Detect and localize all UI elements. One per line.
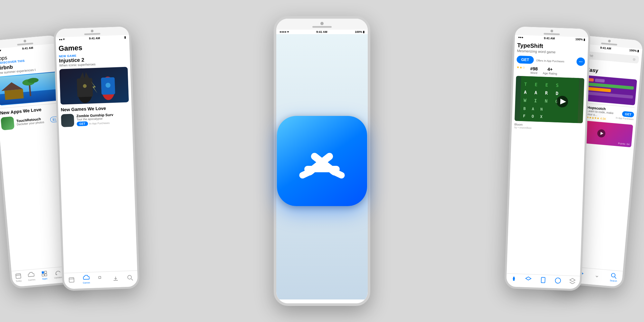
rating-row: ★★☆ #98 Word 4+ Age Rating — [516, 65, 585, 76]
svg-rect-7 — [16, 274, 21, 279]
rating-age: 4+ — [543, 66, 557, 72]
svg-point-30 — [128, 275, 132, 279]
speaker-right — [544, 33, 560, 35]
hopscotch-get-btn[interactable]: GET — [622, 111, 634, 118]
tab-bar-right — [506, 273, 580, 286]
rating-rank: #98 — [530, 66, 538, 71]
svg-text:F O X: F O X — [523, 114, 545, 119]
time-right: 9:41 AM — [544, 36, 555, 40]
rating-category: Word — [530, 71, 538, 75]
tab-download-left[interactable] — [112, 275, 119, 281]
tab-rocket[interactable] — [510, 276, 517, 282]
speaker — [17, 43, 33, 45]
speaker-left — [84, 33, 100, 35]
battery-icon-far-right: ▮ — [637, 49, 639, 52]
tab-games[interactable]: Games — [27, 271, 35, 281]
svg-line-45 — [570, 282, 573, 284]
phone-left: ●● ▾ 9:41 AM ▮ Games NEW GAME Injustice … — [53, 24, 140, 291]
battery-icon-right: ▮ — [583, 38, 585, 41]
battery-right: 100% — [575, 38, 583, 41]
signal-right: ●●● — [518, 36, 524, 39]
svg-line-31 — [131, 279, 133, 280]
camera-center — [320, 22, 324, 25]
appstore-icon — [277, 116, 367, 206]
tab-updates[interactable]: Updates — [53, 269, 63, 279]
svg-rect-27 — [99, 276, 101, 279]
zombie-icon — [61, 114, 74, 127]
iap-label: In-App Purchases — [89, 121, 110, 125]
airbnb-banner — [0, 71, 61, 106]
tab-appstore[interactable] — [554, 277, 561, 284]
battery-far-right: 100% — [629, 49, 637, 52]
injustice-banner — [59, 67, 129, 104]
games-title: Games — [59, 42, 127, 53]
camera-right — [551, 30, 553, 32]
status-time-left: 9:41 AM — [89, 36, 100, 40]
zombie-get-btn[interactable]: GET — [77, 121, 88, 126]
offers-text: Offers In-App Purchases — [536, 59, 574, 63]
typeshift-get-btn[interactable]: GET — [516, 55, 534, 64]
svg-rect-40 — [513, 279, 515, 280]
new-games-title: New Games We Love — [61, 105, 129, 112]
svg-point-50 — [611, 273, 615, 277]
svg-rect-12 — [45, 274, 47, 276]
tab-layers[interactable] — [525, 276, 532, 283]
rating-stars: ★★☆ — [516, 65, 525, 69]
battery-icon-left: ▮ — [124, 36, 126, 39]
svg-line-26 — [69, 279, 74, 279]
svg-marker-44 — [570, 278, 575, 282]
svg-rect-9 — [42, 271, 44, 274]
speaker-far-right — [601, 43, 617, 45]
status-time: 9:41 AM — [22, 46, 33, 50]
main-scene: ●● ▾ 9:41 AM ▮ Apps REDISCOVER THIS Airb… — [0, 0, 644, 322]
speaker-center — [312, 26, 332, 28]
tab-search-fr[interactable]: Search — [610, 272, 618, 282]
svg-point-43 — [555, 278, 561, 283]
svg-rect-42 — [541, 277, 545, 283]
svg-rect-11 — [42, 274, 44, 276]
status-bar-center: ●●●● ▾ 9:41 AM 100% ▮ — [276, 30, 368, 34]
tab-search-left[interactable] — [127, 274, 134, 281]
tab-apps-left[interactable] — [98, 275, 105, 282]
tab-games-left[interactable]: Games — [82, 274, 90, 284]
search-clear[interactable]: ⊗ — [632, 57, 636, 62]
svg-line-51 — [615, 277, 616, 279]
time-center: 9:41 AM — [316, 30, 327, 33]
camera-far-right — [608, 40, 611, 43]
rating-age-label: Age Rating — [543, 71, 557, 75]
touchretouch-item: TouchRetouch Declutter your photos $1.99 — [1, 112, 63, 130]
wifi-icon: ▾ — [0, 49, 1, 52]
camera-dot — [24, 40, 26, 43]
tab-phone-icon[interactable] — [540, 277, 546, 283]
tab-today-left[interactable] — [68, 276, 75, 283]
wifi-icon-left: ▾ — [63, 38, 65, 41]
svg-rect-10 — [44, 271, 47, 273]
more-options-btn[interactable]: ··· — [576, 57, 585, 66]
touchretouch-icon — [1, 116, 14, 130]
signal-icon-left: ●● — [59, 38, 62, 41]
zombie-game-item: Zombie Gunship Surv Tour the apocalypse … — [61, 112, 129, 127]
svg-rect-25 — [69, 278, 74, 282]
svg-marker-41 — [526, 277, 531, 280]
battery-icon-center: ▮ — [363, 30, 365, 33]
svg-rect-2 — [5, 89, 24, 100]
phone-right: ●●● 9:41 AM 100% ▮ TypeShift Mesmerizing… — [504, 24, 591, 291]
word-grid: T E E S A A R D W I N G B A N F O X — [515, 76, 584, 123]
tab-bar-left: Games — [64, 270, 137, 286]
battery-center: 100% — [355, 30, 362, 33]
signal-center: ●●●● — [279, 30, 287, 33]
tab-apps[interactable]: Apps — [41, 270, 48, 280]
svg-line-8 — [16, 275, 21, 275]
tab-down-fr[interactable] — [593, 272, 601, 279]
camera-dot-left — [91, 30, 93, 32]
tab-today[interactable]: Today — [15, 272, 22, 282]
svg-text:B A N: B A N — [523, 106, 545, 111]
time-far-right: 9:41 AM — [600, 46, 611, 50]
wifi-center: ▾ — [287, 30, 289, 33]
tab-layers2[interactable] — [569, 278, 576, 285]
svg-line-46 — [573, 282, 575, 284]
